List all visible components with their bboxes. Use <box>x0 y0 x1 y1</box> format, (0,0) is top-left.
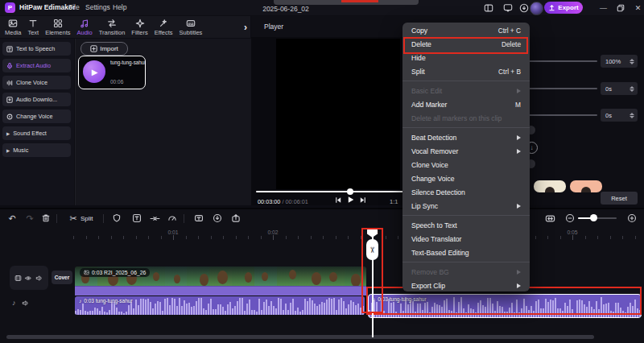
media-tab-bar: Media Text Elements Audio Transition Fil… <box>0 16 250 38</box>
context-item-add-marker[interactable]: Add MarkerM <box>402 97 530 111</box>
previous-frame-button[interactable] <box>335 196 341 204</box>
filters-icon <box>135 19 145 28</box>
video-track-icon[interactable] <box>14 275 22 282</box>
context-item-change-voice[interactable]: Change Voice <box>402 172 530 185</box>
seek-handle[interactable] <box>347 188 353 195</box>
video-clip-label: 0:03 R2I_2025_06_26 <box>80 268 150 277</box>
context-item-text-based-editing[interactable]: Text-Based Editing <box>402 246 530 259</box>
restore-button[interactable] <box>614 2 626 14</box>
timeline-horizontal-scrollbar[interactable] <box>6 335 594 339</box>
fade-in-value-box[interactable]: 0s <box>601 82 638 95</box>
tab-scroll-right-icon[interactable]: › <box>244 22 249 33</box>
audio-track-icon[interactable]: ♪ <box>12 299 16 307</box>
user-avatar[interactable] <box>530 2 543 15</box>
export-button[interactable]: Export <box>544 2 583 14</box>
sidebar-item-audio-download[interactable]: Audio Downlo... <box>2 93 71 106</box>
volume-value-box[interactable]: 100% <box>601 55 638 68</box>
cover-button[interactable]: Cover <box>52 271 72 284</box>
ruler-label: 0:05 <box>560 229 584 235</box>
annotation-box-delete-item <box>403 37 528 54</box>
download-icon[interactable] <box>518 2 530 14</box>
voice-preset-swatch-light[interactable] <box>534 180 566 192</box>
audio-clip-left-label: ♪0:03 tung-tung-sahur <box>79 298 133 304</box>
context-item-speech-to-text[interactable]: Speech to Text <box>402 218 530 232</box>
expand-arrow-icon: ▶ <box>6 148 10 153</box>
submenu-arrow-icon <box>517 204 521 209</box>
context-item-video-translator[interactable]: Video Translator <box>402 232 530 246</box>
timeline-ruler[interactable]: 0:01 0:02 0:03 0:04 0:05 <box>0 229 644 241</box>
track-visibility-icon[interactable] <box>24 275 32 282</box>
play-button[interactable] <box>347 196 354 204</box>
export-label: Export <box>558 4 578 11</box>
sidebar-item-extract-audio[interactable]: Extract Audio <box>2 59 71 72</box>
voice-preset-swatch-salmon[interactable] <box>570 180 602 192</box>
silence-detection-icon[interactable] <box>149 213 160 224</box>
timeline-zoom-handle[interactable] <box>590 214 597 221</box>
delete-clip-icon[interactable] <box>40 213 52 224</box>
undo-icon[interactable]: ↶ <box>6 213 18 224</box>
menu-help[interactable]: Help <box>113 3 126 11</box>
tab-transition[interactable]: Transition <box>96 18 129 37</box>
next-frame-button[interactable] <box>360 196 366 204</box>
menu-settings[interactable]: Settings <box>85 3 110 11</box>
image-icon <box>84 270 89 275</box>
marker-icon[interactable] <box>111 213 122 224</box>
zoom-in-icon[interactable] <box>626 213 638 224</box>
tab-elements[interactable]: Elements <box>42 18 73 37</box>
tab-subtitles[interactable]: Subtitles <box>176 18 206 37</box>
context-item-silence-detection[interactable]: Silence Detection <box>402 185 530 199</box>
redo-icon[interactable]: ↷ <box>24 213 35 224</box>
stepper-icon[interactable] <box>630 86 634 92</box>
sidebar-item-change-voice[interactable]: Change Voice <box>2 110 71 123</box>
tab-effects[interactable]: Effects <box>151 18 176 37</box>
minimize-button[interactable]: — <box>597 2 609 14</box>
video-clip-audio-strip[interactable] <box>75 286 366 295</box>
split-label[interactable]: Split <box>80 215 93 222</box>
split-scissors-icon[interactable]: ✂ <box>68 213 79 224</box>
text-to-speech-icon <box>6 46 13 52</box>
feedback-icon[interactable] <box>502 2 514 14</box>
sidebar-item-sound-effect[interactable]: ▶ Sound Effect <box>2 126 71 140</box>
track-mute-icon[interactable] <box>35 275 43 282</box>
tab-text[interactable]: Text <box>24 18 42 37</box>
context-item-split[interactable]: SplitCtrl + B <box>402 64 530 78</box>
menu-file[interactable]: File <box>68 3 80 11</box>
download-clip-icon[interactable] <box>212 213 223 224</box>
layout-icon[interactable] <box>483 2 494 14</box>
context-item-copy[interactable]: CopyCtrl + C <box>402 23 530 37</box>
media-item-card[interactable]: ▶ tung-tung-sahur 00:06 <box>78 56 146 89</box>
export-clip-icon[interactable] <box>230 213 242 224</box>
audio-clip-left[interactable]: ♪0:03 tung-tung-sahur <box>75 296 365 315</box>
submenu-arrow-icon <box>517 149 521 154</box>
context-item-export-clip[interactable]: Export Clip <box>402 279 530 291</box>
tab-audio[interactable]: Audio <box>73 18 95 37</box>
preview-ratio[interactable]: 1:1 <box>390 198 398 205</box>
sidebar-item-music[interactable]: ▶ Music <box>2 143 71 157</box>
play-audio-icon[interactable]: ▶ <box>83 60 105 83</box>
project-title: 2025-06-26_02 <box>242 5 330 13</box>
context-item-beat-detection[interactable]: Beat Detection <box>402 130 530 144</box>
fit-timeline-icon[interactable] <box>544 213 555 224</box>
context-item-lip-sync[interactable]: Lip Sync <box>402 199 530 213</box>
context-item-vocal-remover[interactable]: Vocal Remover <box>402 144 530 158</box>
text-box-icon[interactable] <box>131 213 142 224</box>
speed-icon[interactable] <box>167 213 178 224</box>
stepper-icon[interactable] <box>630 59 634 64</box>
track-mute-icon[interactable] <box>22 300 30 307</box>
context-item-clone-voice[interactable]: Clone Voice <box>402 158 530 172</box>
tab-media[interactable]: Media <box>2 18 24 37</box>
fade-out-value-box[interactable]: 0s <box>601 109 638 122</box>
close-button[interactable]: ✕ <box>632 2 644 14</box>
player-panel-label: Player <box>264 23 283 31</box>
sidebar-item-clone-voice[interactable]: Clone Voice <box>2 76 71 89</box>
import-button[interactable]: Import <box>80 42 128 56</box>
media-item-name: tung-tung-sahur <box>110 60 146 65</box>
speech-to-text-icon[interactable] <box>193 213 204 224</box>
submenu-arrow-icon <box>517 89 521 93</box>
reset-button[interactable]: Reset <box>601 192 638 205</box>
sidebar-item-text-to-speech[interactable]: Text to Speech <box>2 42 71 56</box>
tab-filters[interactable]: Filters <box>128 18 151 37</box>
stepper-icon[interactable] <box>630 113 634 118</box>
zoom-out-icon[interactable] <box>564 213 576 224</box>
app-logo-icon: P <box>5 2 15 13</box>
